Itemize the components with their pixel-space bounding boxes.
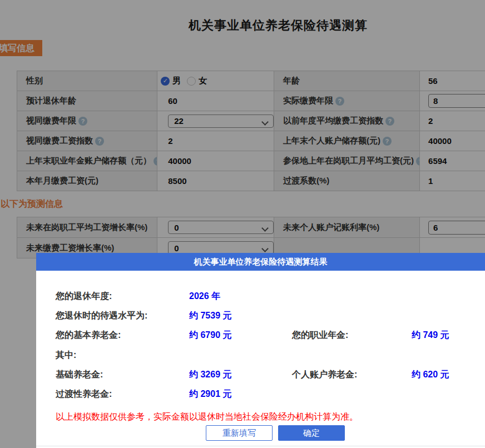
base-pension-label: 基础养老金: (56, 369, 103, 381)
base-pension-value: 约 3269 元 (189, 369, 231, 381)
refill-button[interactable]: 重新填写 (206, 425, 273, 441)
modal-footer-divider (36, 446, 485, 446)
result-modal-title: 机关事业单位养老保险待遇测算结果 (194, 257, 328, 267)
retire-year-label: 您的退休年度: (56, 291, 112, 302)
occupational-annuity-value: 约 749 元 (412, 330, 449, 341)
basic-pension-label: 您的基本养老金: (56, 330, 121, 341)
personal-account-pension-label: 个人账户养老金: (292, 369, 357, 381)
confirm-button[interactable]: 确定 (278, 425, 345, 441)
benefit-level-label: 您退休时的待遇水平为: (56, 310, 147, 322)
result-modal-header: 机关事业单位养老保险待遇测算结果 (36, 253, 485, 271)
retire-year-value: 2026 年 (189, 291, 220, 302)
among-which-label: 其中: (56, 350, 76, 361)
pension-calculator-page: 机关事业单位养老保险待遇测算 填写信息 性别 ✓ 男 女 年龄 56 预计退休年… (0, 0, 485, 448)
personal-account-pension-value: 约 620 元 (412, 369, 449, 381)
result-modal-body: 您的退休年度: 2026 年 您退休时的待遇水平为: 约 7539 元 您的基本… (36, 271, 485, 448)
transitional-pension-label: 过渡性养老金: (56, 389, 112, 400)
transitional-pension-value: 约 2901 元 (189, 389, 231, 400)
result-modal: 机关事业单位养老保险待遇测算结果 您的退休年度: 2026 年 您退休时的待遇水… (36, 253, 485, 448)
occupational-annuity-label: 您的职业年金: (292, 330, 348, 341)
disclaimer-text: 以上模拟数据仅供参考，实际金额以退休时当地社会保险经办机构计算为准。 (56, 411, 358, 423)
basic-pension-value: 约 6790 元 (189, 330, 231, 341)
benefit-level-value: 约 7539 元 (189, 310, 231, 322)
